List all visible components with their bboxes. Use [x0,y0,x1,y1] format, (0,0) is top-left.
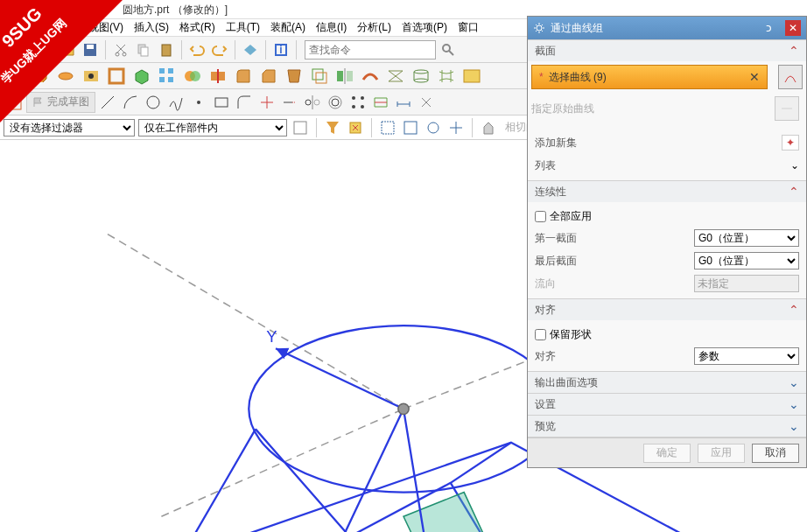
feature-fillet-icon[interactable] [232,65,255,88]
axis-icon[interactable]: ✕ [749,70,760,84]
line-tool-icon[interactable] [97,92,118,113]
filter-icon-2[interactable] [323,118,342,137]
feature-more-icon[interactable] [460,65,483,88]
add-set-button[interactable]: ✦ [782,135,799,150]
paste-button[interactable] [156,39,177,60]
menu-tools[interactable]: 工具(T) [221,20,265,35]
feature-hole-icon[interactable] [80,65,102,88]
scope-combo[interactable]: 仅在工作部件内 [138,119,287,136]
command-search-input[interactable] [305,40,436,60]
menu-view[interactable]: 视图(V) [83,20,129,35]
mirror-tool-icon[interactable] [302,92,323,113]
select-curve-row[interactable]: * 选择曲线 (9) ✕ [531,65,768,89]
section-header-preview[interactable]: 预览 ⌄ [528,416,806,437]
last-section-combo[interactable]: G0（位置） [694,252,799,270]
filter-icon-4[interactable] [378,118,397,137]
svg-rect-18 [159,68,165,74]
pattern-tool-icon[interactable] [347,92,368,113]
feature-trim-icon[interactable] [207,65,229,88]
feature-sweep-icon[interactable] [359,65,382,88]
cut-button[interactable] [110,39,131,60]
section-header-continuity[interactable]: 连续性 ⌃ [528,181,806,202]
menu-format[interactable]: 格式(R) [174,20,221,35]
svg-rect-20 [159,77,165,82]
svg-rect-47 [404,122,417,134]
menu-window[interactable]: 窗口 [453,20,484,35]
curve-picker-button[interactable] [778,65,803,89]
filter-icon-3[interactable] [346,118,365,137]
feature-extrude-icon[interactable] [29,65,52,88]
view-button[interactable] [240,39,261,60]
menu-insert[interactable]: 插入(S) [129,20,174,35]
list-label: 列表 [535,158,556,173]
flow-combo-disabled: 未指定 [694,275,799,292]
panel-options-icon[interactable]: ɔ [761,20,776,36]
feature-pattern-icon[interactable] [156,65,179,88]
feature-revolve-icon[interactable] [54,65,77,88]
filter-icon-6[interactable] [424,118,443,137]
keep-shape-checkbox[interactable] [535,329,546,340]
filter-icon-7[interactable] [446,118,466,137]
offset-tool-icon[interactable] [325,92,346,113]
selection-filter-combo[interactable]: 没有选择过滤器 [4,119,135,136]
feature-cube-icon[interactable] [130,65,153,88]
apply-button[interactable]: 应用 [698,444,745,463]
ok-button[interactable]: 确定 [643,444,691,463]
feature-shell-icon[interactable] [105,65,128,88]
feature-sketch-icon[interactable] [4,65,26,88]
filter-icon-8[interactable] [479,118,498,137]
list-row[interactable]: 列表 ⌄ [535,154,799,177]
finish-sketch-button[interactable]: 完成草图 [26,92,95,113]
menu-info[interactable]: 信息(I) [311,20,352,35]
project-tool-icon[interactable] [370,92,391,113]
feature-unite-icon[interactable] [181,65,204,88]
filter-icon-5[interactable] [401,118,420,137]
arc-tool-icon[interactable] [120,92,141,113]
section-header-align[interactable]: 对齐 ⌃ [528,299,806,320]
svg-point-41 [361,96,364,100]
extend-tool-icon[interactable] [279,92,300,113]
trim-tool-icon[interactable] [256,92,277,113]
point-tool-icon[interactable] [188,92,209,113]
dimension-tool-icon[interactable] [393,92,414,113]
search-icon[interactable] [438,39,459,60]
panel-title-bar[interactable]: 通过曲线组 ɔ ✕ [528,17,806,39]
info-button[interactable]: i [270,39,291,60]
constraint-tool-icon[interactable] [416,92,437,113]
new-button[interactable] [34,39,55,60]
sketch-icon[interactable] [4,92,25,113]
align-combo[interactable]: 参数 [694,347,799,365]
feature-mirror-icon[interactable] [333,65,356,88]
copy-button[interactable] [133,39,154,60]
circle-tool-icon[interactable] [143,92,164,113]
panel-close-button[interactable]: ✕ [785,20,801,36]
feature-offset-icon[interactable] [308,65,331,88]
feature-ruled-icon[interactable] [384,65,407,88]
keep-shape-checkbox-row[interactable]: 保留形状 [535,324,799,345]
feature-draft-icon[interactable] [283,65,305,88]
first-section-combo[interactable]: G0（位置） [694,229,799,247]
svg-rect-32 [7,99,21,109]
cancel-button[interactable]: 取消 [752,444,799,463]
start-button[interactable] [4,39,25,60]
feature-chamfer-icon[interactable] [257,65,280,88]
rect-tool-icon[interactable] [211,92,232,113]
redo-button[interactable] [209,39,230,60]
spline-tool-icon[interactable] [165,92,186,113]
apply-all-checkbox-row[interactable]: 全部应用 [535,206,799,227]
feature-curve-mesh-icon[interactable] [435,65,458,88]
section-header-output[interactable]: 输出曲面选项 ⌄ [528,372,806,393]
undo-button[interactable] [186,39,207,60]
menu-analysis[interactable]: 分析(L) [352,20,396,35]
menu-preferences[interactable]: 首选项(P) [396,20,453,35]
save-button[interactable] [80,39,101,60]
first-section-label: 第一截面 [535,231,577,246]
feature-through-curves-icon[interactable] [410,65,432,88]
apply-all-checkbox[interactable] [535,211,546,222]
filter-icon-1[interactable] [291,118,310,137]
fillet-tool-icon[interactable] [234,92,255,113]
menu-assembly[interactable]: 装配(A) [265,20,311,35]
open-button[interactable] [57,39,78,60]
section-header-cross[interactable]: 截面 ⌃ [528,40,806,61]
section-header-settings[interactable]: 设置 ⌄ [528,394,806,415]
